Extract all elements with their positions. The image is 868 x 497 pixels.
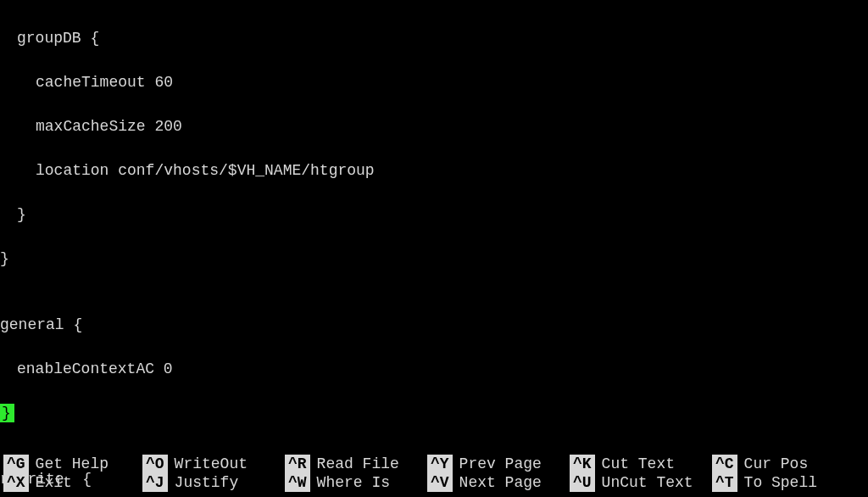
shortcut-where-is[interactable]: ^WWhere Is <box>285 473 427 492</box>
code-line: enableContextAC 0 <box>0 358 868 380</box>
shortcut-to-spell[interactable]: ^TTo Spell <box>712 473 854 492</box>
shortcut-uncut-text[interactable]: ^UUnCut Text <box>570 473 712 492</box>
shortcut-row-2: ^XExit ^JJustify ^WWhere Is ^VNext Page … <box>0 473 868 492</box>
code-line: cacheTimeout 60 <box>0 71 868 93</box>
editor-content[interactable]: groupDB { cacheTimeout 60 maxCacheSize 2… <box>0 0 868 497</box>
shortcut-read-file[interactable]: ^RRead File <box>285 455 427 473</box>
shortcut-next-page[interactable]: ^VNext Page <box>427 473 570 492</box>
shortcut-justify[interactable]: ^JJustify <box>142 473 285 492</box>
shortcut-prev-page[interactable]: ^YPrev Page <box>427 455 570 473</box>
shortcut-exit[interactable]: ^XExit <box>0 473 142 492</box>
shortcut-bar: ^GGet Help ^OWriteOut ^RRead File ^YPrev… <box>0 455 868 492</box>
shortcut-writeout[interactable]: ^OWriteOut <box>142 455 285 473</box>
code-line: } <box>0 204 868 226</box>
shortcut-cur-pos[interactable]: ^CCur Pos <box>712 455 854 473</box>
shortcut-row-1: ^GGet Help ^OWriteOut ^RRead File ^YPrev… <box>0 455 868 473</box>
code-line: } <box>0 248 868 270</box>
shortcut-get-help[interactable]: ^GGet Help <box>0 455 142 473</box>
code-line: maxCacheSize 200 <box>0 115 868 137</box>
code-line: groupDB { <box>0 27 868 49</box>
code-line: location conf/vhosts/$VH_NAME/htgroup <box>0 159 868 181</box>
code-line: general { <box>0 314 868 336</box>
cursor-position: } <box>0 402 868 424</box>
shortcut-cut-text[interactable]: ^KCut Text <box>570 455 712 473</box>
